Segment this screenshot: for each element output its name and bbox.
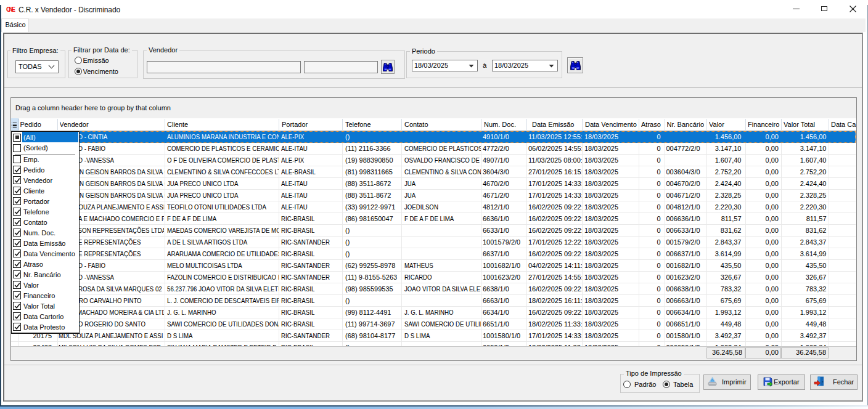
- svg-text:CNE: CNE: [6, 6, 15, 12]
